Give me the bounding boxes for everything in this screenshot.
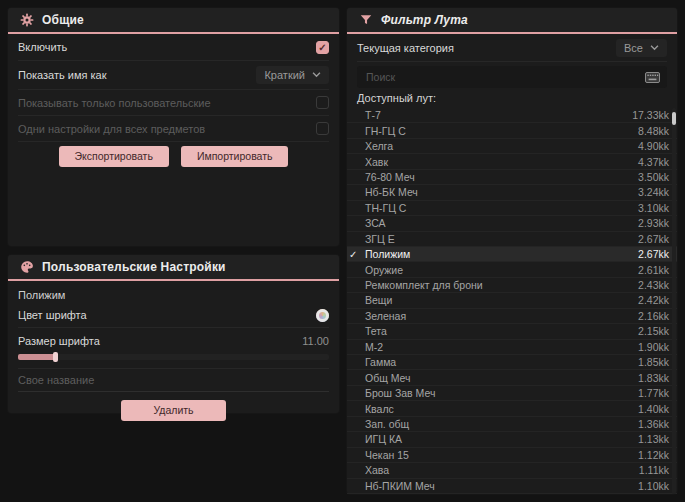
- slider-track: [18, 354, 329, 360]
- loot-item-value: 3.50kk: [638, 171, 669, 183]
- funnel-icon: [359, 13, 373, 27]
- loot-item-value: 1.36kk: [638, 418, 669, 430]
- loot-item-value: 1.12kk: [638, 449, 669, 461]
- loot-list-item[interactable]: ✓ Нб-ПКИМ Меч 1.10kk: [347, 479, 677, 494]
- loot-list-item[interactable]: ✓ Ремкомплект для брони 2.43kk: [347, 278, 677, 293]
- loot-list-item[interactable]: ✓ ЗСА 2.93kk: [347, 216, 677, 231]
- loot-item-value: 2.61kk: [638, 264, 669, 276]
- loot-list-item[interactable]: ✓ Вещи 2.42kk: [347, 293, 677, 308]
- loot-list-item[interactable]: ✓ Т-7 17.33kk: [347, 108, 677, 123]
- loot-item-value: 4.37kk: [638, 156, 669, 168]
- custom-name-input[interactable]: [18, 369, 329, 392]
- loot-item-value: 1.85kk: [638, 356, 669, 368]
- chevron-down-icon: [312, 72, 321, 78]
- loot-list-item[interactable]: ✓ ИГЦ КА 1.13kk: [347, 432, 677, 447]
- loot-item-name: Общ Меч: [365, 372, 411, 384]
- loot-list: ✓ Т-7 17.33kk ✓ ГН-ГЦ С 8.48kk ✓ Хелга 4…: [347, 108, 677, 494]
- loot-list-item[interactable]: ✓ ЗГЦ Е 2.67kk: [347, 232, 677, 247]
- loot-list-item[interactable]: ✓ ТН-ГЦ С 3.10kk: [347, 201, 677, 216]
- loot-list-item[interactable]: ✓ Гамма 1.85kk: [347, 355, 677, 370]
- font-color-row: Цвет шрифта: [18, 303, 329, 328]
- loot-list-item[interactable]: ✓ Хавк 4.37kk: [347, 154, 677, 169]
- general-panel: Общие Включить ✓ Показать имя как Кратки…: [8, 8, 339, 246]
- loot-item-value: 17.33kk: [632, 109, 669, 121]
- delete-button[interactable]: Удалить: [121, 400, 225, 421]
- same-settings-checkbox[interactable]: ✓: [316, 122, 329, 135]
- loot-item-name: Брош Зав Меч: [365, 387, 435, 399]
- available-loot-label: Доступный лут:: [357, 88, 667, 108]
- color-wheel-icon[interactable]: [316, 309, 329, 322]
- loot-item-name: Чекан 15: [365, 449, 409, 461]
- selected-item-name: Полижим: [18, 281, 329, 303]
- loot-list-item[interactable]: ✓ Общ Меч 1.83kk: [347, 370, 677, 385]
- loot-item-value: 3.10kk: [638, 202, 669, 214]
- loot-list-item[interactable]: ✓ Тета 2.15kk: [347, 324, 677, 339]
- general-panel-header: Общие: [8, 8, 339, 34]
- loot-list-item[interactable]: ✓ Зап. общ 1.36kk: [347, 417, 677, 432]
- loot-item-name: Т-7: [365, 109, 381, 121]
- search-box: [357, 66, 667, 88]
- name-display-value: Краткий: [264, 69, 305, 81]
- search-input[interactable]: [364, 70, 604, 84]
- loot-list-item[interactable]: ✓ Полижим 2.67kk: [347, 247, 677, 262]
- scrollbar-thumb[interactable]: [672, 112, 676, 125]
- name-display-label: Показать имя как: [18, 69, 107, 81]
- loot-item-value: 2.67kk: [638, 233, 669, 245]
- loot-item-value: 1.90kk: [638, 341, 669, 353]
- loot-item-name: Полижим: [365, 248, 410, 260]
- category-value: Все: [624, 42, 643, 54]
- loot-item-name: ГН-ГЦ С: [365, 125, 406, 137]
- loot-list-item[interactable]: ✓ Квалс 1.40kk: [347, 401, 677, 416]
- loot-list-item[interactable]: ✓ Чекан 15 1.12kk: [347, 448, 677, 463]
- mod-config-screen: Общие Включить ✓ Показать имя как Кратки…: [0, 0, 685, 502]
- font-size-value: 11.00: [302, 335, 329, 347]
- loot-item-name: ЗСА: [365, 217, 386, 229]
- loot-item-value: 8.48kk: [638, 125, 669, 137]
- loot-item-name: ТН-ГЦ С: [365, 202, 406, 214]
- loot-item-name: Оружие: [365, 264, 403, 276]
- loot-filter-panel: Фильтр Лута Текущая категория Все: [347, 8, 677, 494]
- category-select[interactable]: Все: [616, 39, 667, 57]
- font-size-row: Размер шрифта 11.00: [18, 328, 329, 369]
- loot-list-item[interactable]: ✓ Брош Зав Меч 1.77kk: [347, 386, 677, 401]
- font-size-label: Размер шрифта: [18, 335, 100, 347]
- only-custom-checkbox[interactable]: ✓: [316, 96, 329, 109]
- loot-item-name: Хава: [365, 464, 389, 476]
- loot-item-value: 1.77kk: [638, 387, 669, 399]
- name-display-row: Показать имя как Краткий: [18, 61, 329, 90]
- name-display-select[interactable]: Краткий: [256, 66, 329, 84]
- loot-list-item[interactable]: ✓ Зеленая 2.16kk: [347, 309, 677, 324]
- gear-icon: [20, 13, 34, 27]
- loot-list-item[interactable]: ✓ Оружие 2.61kk: [347, 262, 677, 277]
- loot-list-item[interactable]: ✓ Хава 1.11kk: [347, 463, 677, 478]
- loot-list-item[interactable]: ✓ 76-80 Меч 3.50kk: [347, 170, 677, 185]
- loot-item-name: Нб-ПКИМ Меч: [365, 480, 435, 492]
- loot-list-item[interactable]: ✓ Хелга 4.90kk: [347, 139, 677, 154]
- keyboard-icon[interactable]: [645, 72, 660, 83]
- general-panel-title: Общие: [42, 13, 84, 27]
- check-icon: ✓: [349, 249, 357, 260]
- loot-item-name: ИГЦ КА: [365, 433, 402, 445]
- loot-list-scrollbar[interactable]: [672, 108, 676, 494]
- enable-row: Включить ✓: [18, 34, 329, 61]
- loot-filter-title: Фильтр Лута: [381, 13, 468, 27]
- loot-list-item[interactable]: ✓ М-2 1.90kk: [347, 340, 677, 355]
- import-button[interactable]: Импортировать: [181, 146, 289, 167]
- loot-item-value: 2.15kk: [638, 325, 669, 337]
- custom-settings-header: Пользовательские Настройки: [8, 255, 339, 281]
- loot-filter-header: Фильтр Лута: [347, 8, 677, 34]
- loot-list-item[interactable]: ✓ ГН-ГЦ С 8.48kk: [347, 123, 677, 138]
- loot-item-name: Квалс: [365, 403, 394, 415]
- font-size-slider[interactable]: [18, 352, 329, 362]
- custom-settings-panel: Пользовательские Настройки Полижим Цвет …: [8, 255, 339, 413]
- export-button[interactable]: Экспортировать: [59, 146, 169, 167]
- loot-item-name: Зап. общ: [365, 418, 409, 430]
- loot-list-item[interactable]: ✓ Нб-БК Меч 3.24kk: [347, 185, 677, 200]
- same-settings-row: Одни настройки для всех предметов ✓: [18, 116, 329, 142]
- slider-handle[interactable]: [53, 352, 58, 362]
- loot-item-value: 1.10kk: [638, 480, 669, 492]
- enable-checkbox[interactable]: ✓: [316, 41, 329, 54]
- loot-item-name: М-2: [365, 341, 383, 353]
- palette-icon: [20, 260, 34, 274]
- only-custom-row: Показывать только пользовательские ✓: [18, 90, 329, 116]
